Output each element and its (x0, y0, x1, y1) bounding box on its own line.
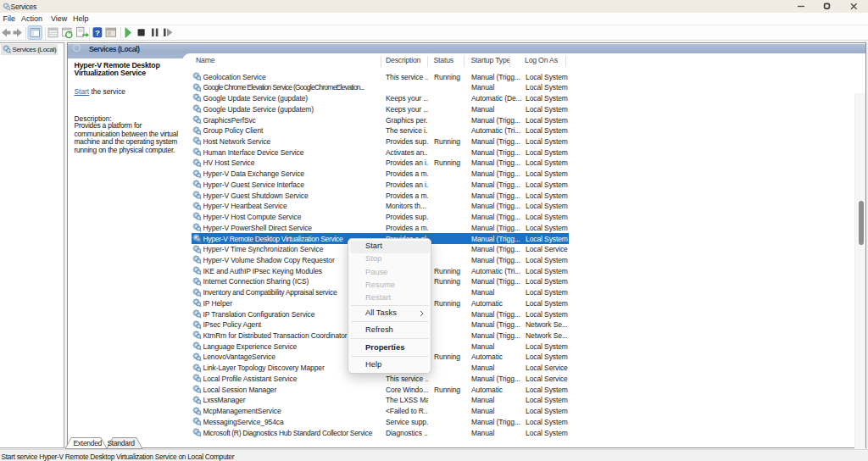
svg-text:?: ? (95, 27, 100, 36)
